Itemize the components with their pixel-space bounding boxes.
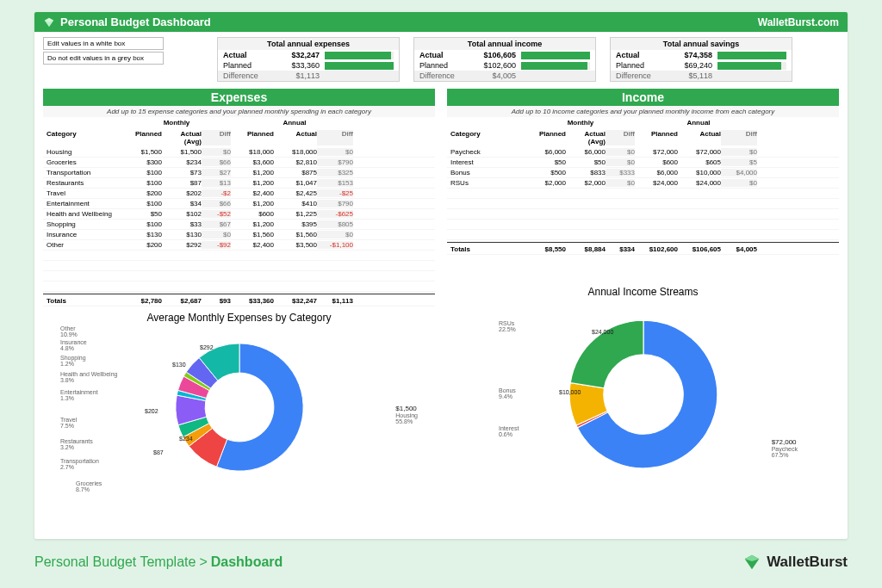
note-readonly: Do not edit values in a grey box [43,52,164,65]
note-editable: Edit values in a white box [43,37,164,50]
summary-income: Total annual income Actual$106,605 Plann… [413,37,596,82]
gem-icon [742,553,761,572]
breadcrumb-footer: Personal Budget Template > Dashboard Wal… [0,546,882,579]
table-row: Entertainment$100$34$66$1,200$410$790 [43,199,435,209]
table-row: Travel$200$202-$2$2,400$2,425-$25 [43,189,435,199]
expenses-table-head: Monthly Annual [43,117,435,128]
income-donut-chart: $72,000Paycheck67.5% Interest0.6% Bonus9… [447,300,839,498]
table-row: Interest$50$50$0$600$605$5 [447,158,839,168]
table-row: Health and Wellbeing$50$102-$52$600$1,22… [43,209,435,220]
breadcrumb-root[interactable]: Personal Budget Template [34,554,196,570]
income-header: Income [447,89,839,106]
gem-icon [43,16,55,28]
table-row: Housing$1,500$1,500$0$18,000$18,000$0 [43,147,435,158]
income-chart-title: Annual Income Streams [447,281,839,300]
dashboard-card: Personal Budget Dashboard WalletBurst.co… [34,12,848,539]
titlebar: Personal Budget Dashboard WalletBurst.co… [34,12,848,32]
table-row: RSUs$2,000$2,000$0$24,000$24,000$0 [447,178,839,189]
table-row: Paycheck$6,000$6,000$0$72,000$72,000$0 [447,147,839,158]
income-table: Paycheck$6,000$6,000$0$72,000$72,000$0In… [447,147,839,255]
table-row: Transportation$100$73$27$1,200$875$325 [43,168,435,178]
expenses-table: Housing$1,500$1,500$0$18,000$18,000$0Gro… [43,147,435,306]
expenses-chart-title: Average Monthly Expenses by Category [43,306,435,325]
edit-notes: Edit values in a white box Do not edit v… [43,37,164,82]
expenses-header: Expenses [43,89,435,106]
totals-row: Totals$2,780$2,687$93$33,360$32,247$1,11… [43,294,435,306]
totals-row: Totals$8,550$8,884$334$102,600$106,605$4… [447,242,839,255]
summary-row: Edit values in a white box Do not edit v… [34,32,848,85]
table-row: Groceries$300$234$66$3,600$2,810$790 [43,158,435,168]
expenses-panel: Expenses Add up to 15 expense categories… [43,89,435,498]
summary-savings: Total annual savings Actual$74,358 Plann… [610,37,792,82]
site-link[interactable]: WalletBurst.com [758,16,839,28]
breadcrumb-current: Dashboard [211,554,283,570]
walletburst-logo[interactable]: WalletBurst [742,553,848,572]
income-panel: Income Add up to 10 income categories an… [447,89,839,498]
expenses-donut-chart: $1,500Housing55.8% Groceries8.7% Transpo… [43,325,435,498]
table-row: Insurance$130$130$0$1,560$1,560$0 [43,230,435,240]
table-row: Restaurants$100$87$13$1,200$1,047$153 [43,178,435,189]
page-title: Personal Budget Dashboard [60,15,211,28]
summary-expenses: Total annual expenses Actual$32,247 Plan… [217,37,400,82]
table-row: Shopping$100$33$67$1,200$395$805 [43,220,435,230]
table-row: Other$200$292-$92$2,400$3,500-$1,100 [43,240,435,251]
table-row: Bonus$500$833$333$6,000$10,000$4,000 [447,168,839,178]
